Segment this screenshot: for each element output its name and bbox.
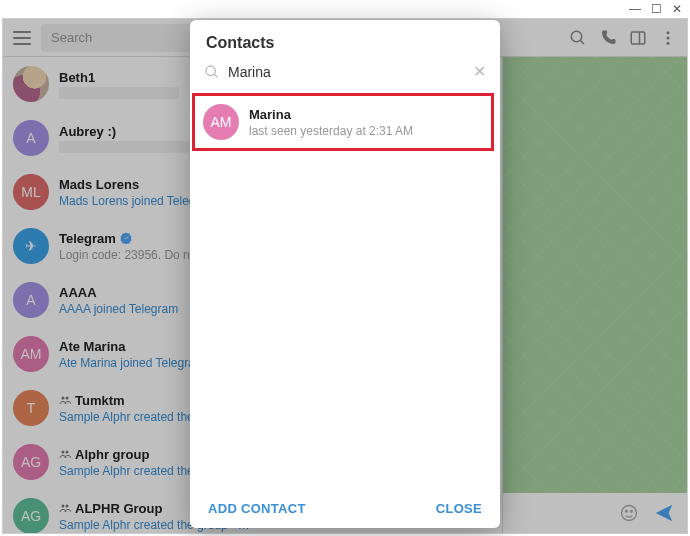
close-window-button[interactable]: ✕ <box>672 2 682 16</box>
contacts-search-input[interactable] <box>228 64 465 80</box>
contact-status: last seen yesterday at 2:31 AM <box>249 124 413 138</box>
search-icon <box>204 64 220 80</box>
modal-search-row: ✕ <box>190 62 500 91</box>
maximize-button[interactable]: ☐ <box>651 2 662 16</box>
contact-name: Marina <box>249 107 413 122</box>
contacts-result-list: AM Marina last seen yesterday at 2:31 AM <box>190 91 500 489</box>
contact-result[interactable]: AM Marina last seen yesterday at 2:31 AM <box>192 93 494 151</box>
clear-search-icon[interactable]: ✕ <box>473 62 486 81</box>
modal-footer: ADD CONTACT CLOSE <box>190 489 500 528</box>
svg-point-16 <box>206 66 215 75</box>
window-controls: — ☐ ✕ <box>621 0 690 18</box>
svg-line-17 <box>214 74 217 77</box>
contact-avatar: AM <box>203 104 239 140</box>
add-contact-button[interactable]: ADD CONTACT <box>208 501 306 516</box>
contact-meta: Marina last seen yesterday at 2:31 AM <box>249 107 413 138</box>
modal-title: Contacts <box>190 20 500 62</box>
minimize-button[interactable]: — <box>629 2 641 16</box>
contacts-modal: Contacts ✕ AM Marina last seen yesterday… <box>190 20 500 528</box>
close-modal-button[interactable]: CLOSE <box>436 501 482 516</box>
